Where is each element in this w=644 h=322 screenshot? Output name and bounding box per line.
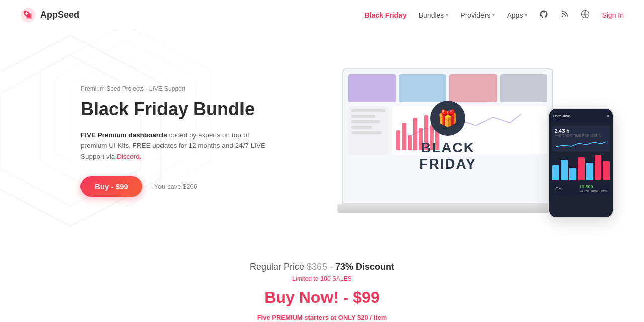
nav-item-apps[interactable]: Apps ▾ [507, 11, 527, 19]
hero-section: Premium Seed Projects - LIVE Support Bla… [0, 30, 644, 242]
stat-card-pink [449, 74, 497, 102]
discord-link[interactable]: Discord [117, 153, 140, 160]
wordpress-icon[interactable] [581, 10, 590, 21]
phone-metric-time: 2.43 h AVERAGE TIME PER ISSUE [552, 126, 610, 152]
phone-menu-icon: ≡ [607, 114, 609, 118]
laptop-base [337, 204, 558, 213]
nav-item-bundles[interactable]: Bundles ▾ [419, 11, 449, 19]
phone-content: 2.43 h AVERAGE TIME PER ISSUE [549, 123, 613, 217]
limited-sales-text: Limited to 100 SALES [10, 275, 634, 282]
brand-name: AppSeed [40, 10, 79, 20]
hero-image-area: 🎁 BLACK FRIDAY Datta Able ≡ 2.43 h AVERA… [342, 68, 604, 213]
hero-title: Black Friday Bundle [80, 98, 272, 120]
brand-logo[interactable]: AppSeed [20, 7, 79, 23]
regular-price-row: Regular Price $365 - 73% Discount [10, 262, 634, 272]
chevron-down-icon: ▾ [492, 12, 495, 18]
five-premium-label: Five PREMIUM starters at ONLY $20 / item [10, 314, 634, 321]
phone-chart-bars [552, 155, 610, 180]
hero-description: FIVE Premium dashboards coded by experts… [80, 130, 272, 163]
buy-button[interactable]: Buy - $99 [80, 176, 142, 197]
gift-icon: 🎁 [430, 101, 465, 136]
phone-bar [586, 163, 593, 180]
black-friday-text: BLACK FRIDAY [395, 140, 500, 172]
phone-sparkline [555, 139, 607, 149]
pricing-section: Regular Price $365 - 73% Discount Limite… [0, 242, 644, 322]
phone-bar [578, 157, 585, 180]
discount-text: 73% Discount [335, 262, 394, 272]
laptop-screen: 🎁 BLACK FRIDAY [342, 68, 553, 204]
svg-point-6 [562, 15, 564, 17]
phone-top-bar: Datta Able ≡ [549, 109, 613, 123]
save-text: - You save $266 [150, 183, 197, 190]
phone-app-name: Datta Able [553, 114, 570, 118]
original-price: $365 [307, 262, 327, 272]
phone-bar [552, 165, 559, 180]
dash-stat-cards [348, 74, 547, 102]
nav-item-blackfriday[interactable]: Black Friday [364, 11, 406, 19]
chevron-down-icon: ▾ [525, 12, 527, 18]
hero-subtitle: Premium Seed Projects - LIVE Support [80, 85, 272, 92]
black-friday-badge: 🎁 BLACK FRIDAY [395, 101, 500, 172]
phone-bar [561, 160, 568, 180]
phone-mockup: Datta Able ≡ 2.43 h AVERAGE TIME PER ISS… [548, 108, 614, 218]
phone-bar [595, 155, 602, 180]
hero-cta: Buy - $99 - You save $266 [80, 176, 272, 197]
rocket-icon [20, 7, 36, 23]
stat-card-gray [500, 74, 548, 102]
nav-links: Black Friday Bundles ▾ Providers ▾ Apps … [364, 10, 624, 21]
github-icon[interactable] [539, 10, 548, 21]
hero-content: Premium Seed Projects - LIVE Support Bla… [80, 85, 272, 197]
phone-bar [603, 161, 610, 180]
nav-item-providers[interactable]: Providers ▾ [460, 11, 495, 19]
stat-card-blue [399, 74, 447, 102]
stat-card-purple [348, 74, 396, 102]
phone-bar [569, 168, 576, 180]
chevron-down-icon: ▾ [446, 12, 448, 18]
laptop-mockup: 🎁 BLACK FRIDAY [342, 68, 574, 213]
signin-link[interactable]: Sign In [602, 11, 624, 20]
phone-footer: G+ 10,500 +4.2% Total Likes [552, 182, 610, 195]
dash-sidebar-mini [348, 106, 388, 154]
buy-now-price: Buy Now! - $99 [10, 288, 634, 307]
rss-icon[interactable] [560, 10, 569, 20]
navbar: AppSeed Black Friday Bundles ▾ Providers… [0, 0, 644, 30]
gplus-icon: G+ [555, 186, 561, 191]
